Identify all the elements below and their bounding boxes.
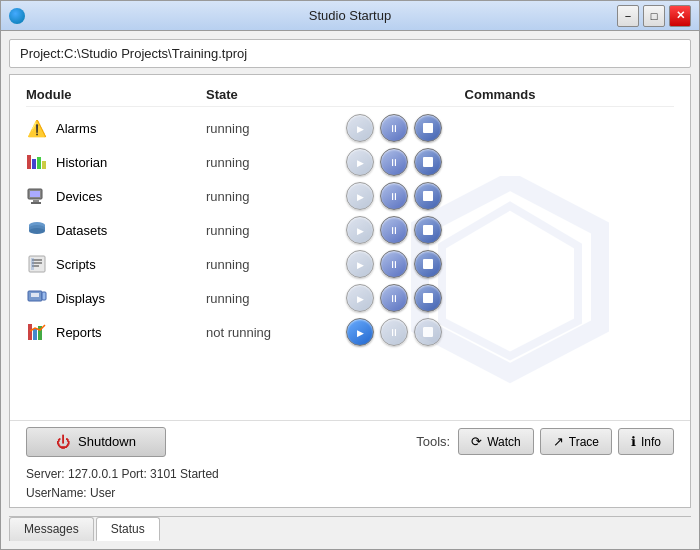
table-row: Datasets running [26,213,674,247]
app-icon [9,8,25,24]
state-datasets: running [206,223,326,238]
pause-icon [389,292,399,304]
main-panel: Module State Commands ⚠️ Alarms running [9,74,691,508]
tab-status[interactable]: Status [96,517,160,541]
watch-icon: ⟳ [471,434,482,449]
svg-rect-4 [37,157,41,169]
commands-scripts [326,250,674,278]
trace-button[interactable]: ↗ Trace [540,428,612,455]
module-cell-historian: Historian [26,151,206,173]
info-button[interactable]: ℹ Info [618,428,674,455]
module-cell-devices: Devices [26,185,206,207]
pause-button-reports[interactable] [380,318,408,346]
svg-rect-19 [31,258,34,270]
table-row: Devices running [26,179,674,213]
play-icon [357,224,364,236]
stop-button-displays[interactable] [414,284,442,312]
table-row: Historian running [26,145,674,179]
scripts-icon [26,253,48,275]
stop-icon [423,327,433,337]
pause-icon [389,190,399,202]
module-header: Module [26,87,206,102]
watch-button[interactable]: ⟳ Watch [458,428,534,455]
title-bar-controls: − □ ✕ [617,5,691,27]
svg-rect-5 [42,161,46,169]
server-info-line1: Server: 127.0.0.1 Port: 3101 Started [26,465,674,484]
main-window: Studio Startup − □ ✕ Project:C:\Studio P… [0,0,700,550]
module-cell-datasets: Datasets [26,219,206,241]
commands-devices [326,182,674,210]
play-button-historian[interactable] [346,148,374,176]
state-devices: running [206,189,326,204]
svg-rect-25 [33,329,37,340]
pause-button-displays[interactable] [380,284,408,312]
commands-header: Commands [326,87,674,102]
stop-icon [423,123,433,133]
stop-button-historian[interactable] [414,148,442,176]
module-cell-displays: Displays [26,287,206,309]
tab-messages[interactable]: Messages [9,517,94,541]
stop-icon [423,225,433,235]
module-name-historian: Historian [56,155,107,170]
commands-displays [326,284,674,312]
module-cell-reports: Reports [26,321,206,343]
pause-icon [389,122,399,134]
server-info-line2: UserName: User [26,484,674,503]
devices-icon [26,185,48,207]
pause-icon [389,326,399,338]
server-info-section: Server: 127.0.0.1 Port: 3101 Started Use… [10,463,690,507]
project-path: Project:C:\Studio Projects\Training.tpro… [9,39,691,68]
play-button-scripts[interactable] [346,250,374,278]
stop-button-alarms[interactable] [414,114,442,142]
module-name-reports: Reports [56,325,102,340]
commands-reports [326,318,674,346]
maximize-button[interactable]: □ [643,5,665,27]
pause-button-alarms[interactable] [380,114,408,142]
content-area: Project:C:\Studio Projects\Training.tpro… [1,31,699,549]
commands-alarms [326,114,674,142]
close-button[interactable]: ✕ [669,5,691,27]
stop-icon [423,157,433,167]
stop-button-reports[interactable] [414,318,442,346]
play-button-datasets[interactable] [346,216,374,244]
stop-button-datasets[interactable] [414,216,442,244]
pause-button-datasets[interactable] [380,216,408,244]
table-row: ⚠️ Alarms running [26,111,674,145]
play-button-devices[interactable] [346,182,374,210]
pause-button-scripts[interactable] [380,250,408,278]
stop-icon [423,191,433,201]
stop-icon [423,293,433,303]
svg-rect-24 [28,324,32,340]
title-bar: Studio Startup − □ ✕ [1,1,699,31]
bottom-toolbar: ⏻ Shutdown Tools: ⟳ Watch ↗ Trace ℹ [10,420,690,463]
module-cell-alarms: ⚠️ Alarms [26,117,206,139]
window-title: Studio Startup [309,8,391,23]
play-icon [357,122,364,134]
module-table: Module State Commands ⚠️ Alarms running [10,75,690,420]
state-scripts: running [206,257,326,272]
module-name-alarms: Alarms [56,121,96,136]
stop-button-scripts[interactable] [414,250,442,278]
pause-button-devices[interactable] [380,182,408,210]
play-button-reports[interactable] [346,318,374,346]
trace-label: Trace [569,435,599,449]
stop-icon [423,259,433,269]
svg-rect-3 [32,159,36,169]
datasets-icon [26,219,48,241]
stop-button-devices[interactable] [414,182,442,210]
play-button-alarms[interactable] [346,114,374,142]
minimize-button[interactable]: − [617,5,639,27]
trace-icon: ↗ [553,434,564,449]
power-icon: ⏻ [56,434,70,450]
play-button-displays[interactable] [346,284,374,312]
play-icon [357,156,364,168]
alarms-icon: ⚠️ [26,117,48,139]
svg-rect-8 [33,200,39,202]
commands-datasets [326,216,674,244]
table-row: Scripts running [26,247,674,281]
play-icon [357,190,364,202]
pause-button-historian[interactable] [380,148,408,176]
shutdown-button[interactable]: ⏻ Shutdown [26,427,166,457]
watch-label: Watch [487,435,521,449]
svg-point-14 [29,228,45,234]
